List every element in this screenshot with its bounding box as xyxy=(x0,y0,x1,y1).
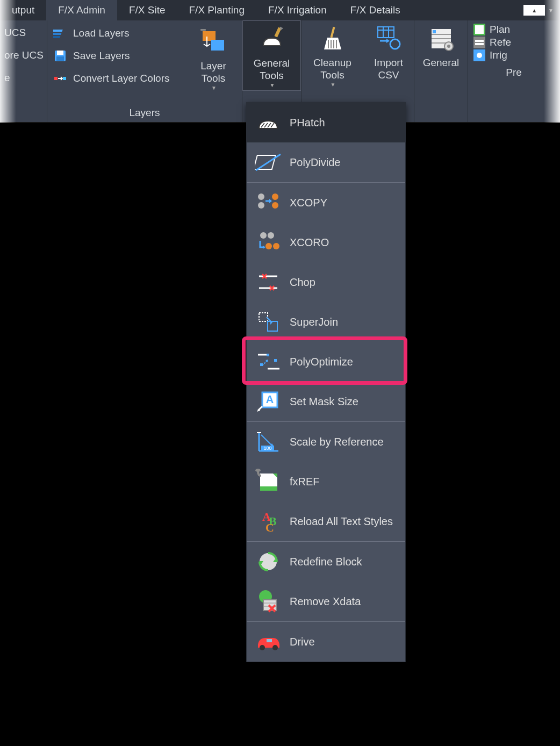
ucs-item-3[interactable]: e xyxy=(4,69,10,87)
menu-superjoin-label: SuperJoin xyxy=(290,316,338,328)
load-layers-button[interactable]: Load Layers xyxy=(52,24,171,43)
minimize-ribbon-button[interactable] xyxy=(523,5,545,16)
tab-output[interactable]: utput xyxy=(0,0,46,20)
layer-tools-icon xyxy=(198,27,228,57)
menu-scalebyref[interactable]: 100 Scale by Reference xyxy=(247,422,405,462)
fxref-icon xyxy=(254,468,282,496)
menu-phatch[interactable]: PHatch xyxy=(247,103,405,142)
pre-panel-label: Pre xyxy=(468,64,559,82)
scaleref-icon: 100 xyxy=(254,428,282,456)
convert-layer-colors-button[interactable]: Convert Layer Colors xyxy=(52,69,171,88)
convert-colors-icon xyxy=(53,71,68,86)
menu-chop-label: Chop xyxy=(290,276,315,289)
irrigation-item[interactable]: Irrig xyxy=(473,49,554,61)
restore-ucs-item[interactable]: ore UCS xyxy=(4,46,44,64)
menu-scaleref-label: Scale by Reference xyxy=(290,436,384,448)
svg-point-34 xyxy=(258,193,264,200)
svg-rect-6 xyxy=(54,77,58,80)
tab-fx-admin[interactable]: F/X Admin xyxy=(46,0,117,20)
menu-polyoptimize[interactable]: PolyOptimize xyxy=(247,342,405,382)
menu-drive[interactable]: Drive xyxy=(247,622,405,662)
menu-removexdata-label: Remove Xdata xyxy=(290,596,361,608)
tab-fx-details[interactable]: F/X Details xyxy=(339,0,412,20)
menu-xcopy-label: XCOPY xyxy=(290,197,327,209)
superjoin-icon xyxy=(254,308,282,336)
xcoro-icon xyxy=(254,228,282,256)
general-button[interactable]: General xyxy=(414,20,468,71)
import-csv-label: Import CSV xyxy=(374,57,403,82)
ucs-item[interactable]: UCS xyxy=(4,24,26,42)
menu-fxref[interactable]: fxREF xyxy=(247,462,405,501)
menu-xcoro-label: XCORO xyxy=(290,236,329,249)
svg-point-40 xyxy=(265,243,272,249)
svg-rect-48 xyxy=(267,354,269,356)
svg-rect-4 xyxy=(57,51,63,55)
save-layers-button[interactable]: Save Layers xyxy=(52,46,171,66)
menu-polydivide-label: PolyDivide xyxy=(290,156,340,169)
polyoptimize-icon xyxy=(254,348,282,376)
svg-text:C: C xyxy=(265,521,274,534)
svg-rect-2 xyxy=(53,36,60,38)
general-tools-dropdown: PHatch PolyDivide XCOPY XCORO Chop Super… xyxy=(246,102,406,662)
menu-redefineblock[interactable]: Redefine Block xyxy=(247,542,405,582)
menu-reloadtext[interactable]: ABC Reload All Text Styles xyxy=(247,501,405,541)
cleanup-tools-button[interactable]: Cleanup Tools ▼ xyxy=(301,20,363,90)
svg-rect-26 xyxy=(475,25,484,34)
svg-rect-50 xyxy=(274,359,277,362)
ribbon-tabs: utput F/X Admin F/X Site F/X Planting F/… xyxy=(0,0,560,20)
svg-point-24 xyxy=(447,45,450,48)
svg-rect-28 xyxy=(475,40,484,42)
load-layers-label: Load Layers xyxy=(73,27,130,39)
polydivide-icon xyxy=(254,148,282,176)
menu-superjoin[interactable]: SuperJoin xyxy=(247,302,405,342)
plan-label: Plan xyxy=(490,24,510,35)
menu-chop[interactable]: Chop xyxy=(247,262,405,302)
menu-drive-label: Drive xyxy=(290,636,315,648)
panel-ucs-partial: UCS ore UCS e xyxy=(0,20,47,122)
menu-polyoptimize-label: PolyOptimize xyxy=(290,356,353,368)
plan-item[interactable]: Plan xyxy=(473,24,554,35)
menu-setmasksize[interactable]: A Set Mask Size xyxy=(247,382,405,421)
svg-rect-12 xyxy=(330,27,335,38)
panel-right-partial: Plan Refe Irrig Pre xyxy=(468,20,560,122)
svg-point-61 xyxy=(255,469,261,472)
redefine-icon xyxy=(254,548,282,576)
menu-removexdata[interactable]: Remove Xdata xyxy=(247,582,405,621)
menu-redefine-label: Redefine Block xyxy=(290,556,362,568)
svg-text:A: A xyxy=(266,393,274,405)
svg-rect-45 xyxy=(268,321,277,331)
menu-phatch-label: PHatch xyxy=(290,117,325,129)
svg-rect-0 xyxy=(53,30,63,32)
cleanup-tools-icon xyxy=(318,24,348,54)
tab-fx-site[interactable]: F/X Site xyxy=(117,0,177,20)
save-layers-label: Save Layers xyxy=(73,50,130,62)
menu-xcoro[interactable]: XCORO xyxy=(247,223,405,262)
menu-xcopy[interactable]: XCOPY xyxy=(247,183,405,223)
svg-point-38 xyxy=(260,232,267,239)
general-tools-label: General Tools xyxy=(254,58,290,82)
import-csv-button[interactable]: Import CSV xyxy=(363,20,414,84)
chevron-down-icon: ▼ xyxy=(331,82,336,88)
panel-general: General xyxy=(414,20,468,122)
svg-rect-7 xyxy=(63,77,66,80)
general-tools-button[interactable]: General Tools ▼ xyxy=(242,20,301,91)
svg-rect-44 xyxy=(259,313,268,321)
svg-text:100: 100 xyxy=(263,446,271,451)
plan-icon xyxy=(473,24,485,35)
svg-rect-9 xyxy=(211,40,224,51)
ref-icon xyxy=(473,37,485,48)
ref-label: Refe xyxy=(490,37,511,48)
xcopy-icon xyxy=(254,189,282,217)
svg-point-31 xyxy=(477,53,482,58)
reference-item[interactable]: Refe xyxy=(473,37,554,48)
menu-polydivide[interactable]: PolyDivide xyxy=(247,142,405,182)
layer-tools-label: Layer Tools xyxy=(200,60,226,85)
menu-fxref-label: fxREF xyxy=(290,476,320,488)
irrig-icon xyxy=(473,49,485,61)
layers-panel-label: Layers xyxy=(47,105,242,122)
svg-point-39 xyxy=(268,232,274,239)
phatch-icon xyxy=(254,109,282,137)
tab-fx-irrigation[interactable]: F/X Irrigation xyxy=(256,0,339,20)
layer-tools-button[interactable]: Layer Tools ▼ xyxy=(189,24,238,93)
tab-fx-planting[interactable]: F/X Planting xyxy=(177,0,257,20)
